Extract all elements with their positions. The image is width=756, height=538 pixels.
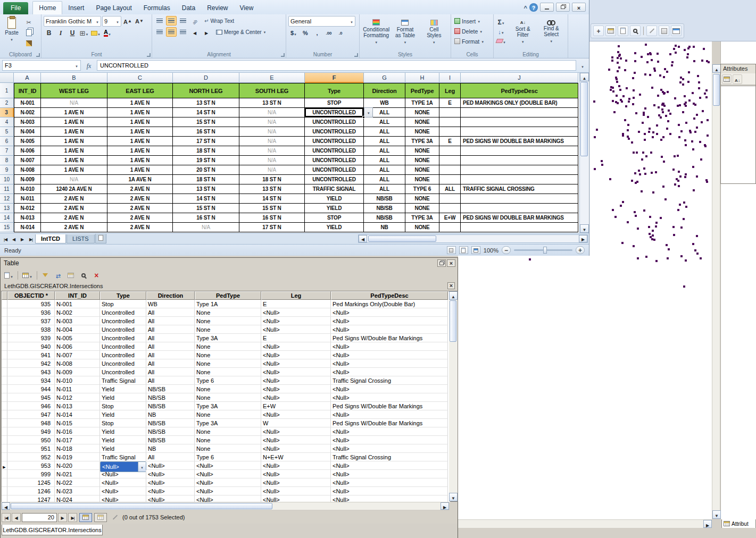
arc-cell[interactable]: 1245 xyxy=(7,478,55,487)
column-header-A[interactable]: A xyxy=(14,73,41,83)
insert-worksheet-tab[interactable] xyxy=(95,234,106,243)
field-header-west-leg[interactable]: WEST LEG xyxy=(41,83,107,98)
sort-filter-button[interactable]: Sort & Filter xyxy=(509,16,537,48)
arc-cell[interactable]: <Null> xyxy=(331,359,448,368)
cell-H9[interactable]: NONE xyxy=(405,165,439,175)
arc-column-header-type[interactable]: Type xyxy=(100,291,146,300)
cell-J6[interactable]: PED SIGNS W/ DOUBLE BAR MARKINGS xyxy=(461,137,578,146)
orientation-icon[interactable] xyxy=(189,16,200,26)
delete-selected-button[interactable] xyxy=(91,270,102,281)
increase-decimal-icon[interactable]: .00 xyxy=(323,28,334,38)
field-header-north-leg[interactable]: NORTH LEG xyxy=(173,83,239,98)
row-header-12[interactable]: 12 xyxy=(0,194,14,204)
arc-cell[interactable]: <Null> xyxy=(331,385,448,393)
attributes-dock-tab[interactable]: Attribut xyxy=(721,519,756,528)
arc-cell[interactable]: None xyxy=(195,317,261,325)
formula-bar[interactable]: UNCONTROLLED xyxy=(97,60,576,71)
scroll-down-icon[interactable] xyxy=(449,493,458,501)
cell-F12[interactable]: YIELD xyxy=(305,194,364,204)
arc-cell[interactable]: N-016 xyxy=(55,427,100,436)
arc-cell[interactable]: Uncontrolled xyxy=(100,359,146,368)
arc-cell[interactable]: <Null> xyxy=(331,444,448,453)
cell-H13[interactable]: NONE xyxy=(405,204,439,213)
accounting-format-icon[interactable]: $ xyxy=(288,28,299,38)
arc-cell[interactable]: E xyxy=(261,300,331,308)
cell-D6[interactable]: 17 ST N xyxy=(173,137,239,146)
cell-G12[interactable]: NB/SB xyxy=(364,194,405,204)
cell-I12[interactable] xyxy=(439,194,461,204)
sheet-hscroll-thumb[interactable] xyxy=(368,236,436,242)
row-header-7[interactable]: 7 xyxy=(0,146,14,156)
align-middle-icon[interactable] xyxy=(166,16,177,26)
first-record-button[interactable] xyxy=(2,513,11,522)
arc-cell[interactable]: N-005 xyxy=(55,334,100,342)
row-header-9[interactable]: 9 xyxy=(0,165,14,175)
column-header-D[interactable]: D xyxy=(173,73,239,83)
arc-cell[interactable]: 945 xyxy=(7,393,55,402)
restore-button[interactable] xyxy=(556,3,570,12)
switch-selection-button[interactable] xyxy=(53,270,64,281)
help-icon[interactable] xyxy=(529,3,538,12)
cell-J9[interactable] xyxy=(461,165,578,175)
cell-B8[interactable]: 1 AVE N xyxy=(41,156,107,165)
table-window-titlebar[interactable]: Table xyxy=(1,258,458,268)
arc-cell[interactable]: <Null> xyxy=(331,436,448,444)
fill-color-icon[interactable] xyxy=(90,28,101,38)
arc-cell[interactable]: <Null> xyxy=(195,487,261,495)
zoom-out-button[interactable] xyxy=(502,246,511,254)
sheet-vertical-scrollbar[interactable] xyxy=(579,73,588,233)
decrease-decimal-icon[interactable]: .0 xyxy=(335,28,346,38)
cell-B2[interactable]: N/A xyxy=(41,98,107,108)
cell-I3[interactable] xyxy=(439,108,461,117)
scroll-left-icon[interactable] xyxy=(2,502,10,510)
font-color-icon[interactable] xyxy=(102,28,113,38)
arc-cell[interactable]: 944 xyxy=(7,385,55,393)
arc-cell[interactable]: <Null> xyxy=(261,359,331,368)
cell-E2[interactable]: 13 ST N xyxy=(239,98,305,108)
name-box[interactable]: F3 xyxy=(2,60,81,71)
cell-I13[interactable] xyxy=(439,204,461,213)
tab-data[interactable]: Data xyxy=(176,2,201,14)
format-painter-icon[interactable] xyxy=(23,38,34,48)
cell-B5[interactable]: 1 AVE N xyxy=(41,127,107,137)
cell-C7[interactable]: 1 AVE N xyxy=(107,146,173,156)
arc-cell[interactable]: NB/SB xyxy=(146,427,195,436)
row-header-4[interactable]: 4 xyxy=(0,117,14,127)
minimize-ribbon-icon[interactable] xyxy=(524,3,527,12)
field-header-pedtypedesc[interactable]: PedTypeDesc xyxy=(461,83,578,98)
row-header-1[interactable]: 1 xyxy=(0,83,14,98)
delete-cells-button[interactable]: Delete xyxy=(453,26,491,36)
cell-J7[interactable] xyxy=(461,146,578,156)
selection-fill-handle[interactable] xyxy=(362,116,365,119)
clear-icon[interactable] xyxy=(496,36,506,45)
column-header-C[interactable]: C xyxy=(107,73,173,83)
cell-H5[interactable]: NONE xyxy=(405,127,439,137)
conditional-formatting-button[interactable]: Conditional Formatting xyxy=(362,16,391,48)
cell-D13[interactable]: 15 ST N xyxy=(173,204,239,213)
arc-cell[interactable]: N-010 xyxy=(55,376,100,385)
arc-cell[interactable]: <Null> xyxy=(261,351,331,359)
column-header-I[interactable]: I xyxy=(439,73,461,83)
font-size-combo[interactable]: 9 xyxy=(102,16,121,27)
cell-D5[interactable]: 16 ST N xyxy=(173,127,239,137)
scroll-right-icon[interactable] xyxy=(441,502,449,510)
arc-cell[interactable]: Type 1A xyxy=(195,300,261,308)
arc-cell[interactable]: N-014 xyxy=(55,410,100,419)
arc-cell[interactable]: <Null> xyxy=(261,478,331,487)
print-icon[interactable] xyxy=(659,26,669,36)
row-header-5[interactable]: 5 xyxy=(0,127,14,137)
field-header-direction[interactable]: Direction xyxy=(364,83,405,98)
arc-cell[interactable]: <Null> xyxy=(261,487,331,495)
show-selected-records-button[interactable] xyxy=(94,513,107,522)
arc-cell[interactable]: Uncontrolled xyxy=(100,308,146,317)
row-selector[interactable] xyxy=(2,436,7,444)
cell-G4[interactable]: ALL xyxy=(364,117,405,127)
cell-C9[interactable]: 1 AVE N xyxy=(107,165,173,175)
close-table-tab-button[interactable] xyxy=(447,282,455,289)
arc-cell[interactable]: 952 xyxy=(7,453,55,461)
cell-A7[interactable]: N-006 xyxy=(14,146,41,156)
format-cells-button[interactable]: Format xyxy=(453,36,491,46)
arc-cell[interactable]: Stop xyxy=(100,402,146,410)
last-sheet-icon[interactable] xyxy=(27,234,35,243)
table-vertical-scrollbar[interactable] xyxy=(449,291,458,501)
